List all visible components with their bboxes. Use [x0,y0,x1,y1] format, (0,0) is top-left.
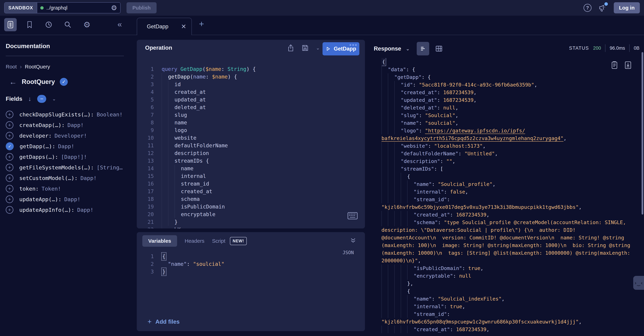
collapse-section-icon[interactable] [350,237,356,244]
publish-button[interactable]: Publish [126,2,156,14]
add-files-button[interactable]: + Add files [148,318,180,326]
field-type: Boolean! [96,111,122,118]
code-line: "created_at": 1687234539, [382,88,642,96]
documentation-panel-icon[interactable] [4,18,17,31]
code-line: "getDapp": { [382,73,642,81]
tab-getdapp[interactable]: GetDapp ✕ [137,18,192,35]
code-line: 20encryptable [137,210,365,218]
save-icon[interactable] [301,44,309,52]
code-line: 3} [137,268,365,276]
notification-dot [604,2,608,6]
field-type: Dapp! [77,207,93,213]
field-add-plus-icon[interactable]: + [6,153,14,161]
variables-editor[interactable]: 1{2 "name": "soulcial"3} [137,252,365,276]
field-add-plus-icon[interactable]: + [6,185,14,192]
field-add-plus-icon[interactable]: + [6,121,14,129]
tab-headers[interactable]: Headers [185,238,204,244]
field-row[interactable]: +getDapps(…):[Dapp!]! [6,152,128,162]
new-tab-icon[interactable]: + [199,19,204,29]
field-row[interactable]: +setCustomModel(…):Dapp! [6,173,128,183]
tab-script[interactable]: Script [212,238,226,244]
divider [605,44,606,52]
code-line: "internal": true, [382,303,642,310]
announcements-icon[interactable] [598,3,607,12]
connection-settings-gear-icon[interactable]: ⚙ [111,4,117,11]
code-line: "stream_id": [382,196,642,203]
response-title: Response [374,45,401,52]
code-line: 19isPublicDomain [137,203,365,210]
field-row[interactable]: ✓getDapp(…):Dapp! [6,141,128,152]
view-raw-toggle-icon[interactable] [417,42,429,56]
code-line: "name": "Soulcial_profile", [382,180,642,188]
field-row[interactable]: +updateApp(…):Dapp! [6,194,128,204]
panel-collapse-handle[interactable]: ›‿‹ [633,276,644,290]
settings-gear-icon[interactable]: ⚙ [81,18,93,31]
sort-arrow-icon[interactable]: ↓ [28,95,31,102]
operation-ellipsis-menu-icon[interactable]: ••• [349,42,358,48]
divider [629,44,630,52]
login-button[interactable]: Log in [614,2,640,14]
back-arrow-icon[interactable]: ← [9,78,17,86]
field-row[interactable]: +developer:Developer! [6,130,128,141]
response-time: 96.0ms [610,46,625,51]
code-line: "slug": "Soulcial", [382,112,642,119]
field-type: Developer! [54,132,87,139]
code-line: 2000000)\n}", [382,257,642,264]
collapse-panel-icon[interactable]: « [118,20,122,29]
response-status-bar: STATUS 200 96.0ms 0B [569,40,640,56]
response-viewer[interactable]: {"data": {"getDapp": {"id": "5acc81f8-92… [382,58,642,333]
code-line: @documentAccount\n version: CommitID! @d… [382,234,642,242]
field-row[interactable]: +checkDappSlugExists(…):Boolean! [6,109,128,120]
field-add-plus-icon[interactable]: + [6,174,14,182]
field-type: [Dapp!]! [61,154,87,160]
endpoint-combo: SANDBOX ../graphql ⚙ [4,2,120,14]
field-row[interactable]: +token:Token! [6,183,128,194]
code-line: bafkreielas4xycytrth5i76cpqd5z2czva3w4uy… [382,134,642,142]
field-row[interactable]: +createDapp(…):Dapp! [6,120,128,130]
field-name: createDapp(…): [19,122,65,128]
sandbox-badge: SANDBOX [4,2,37,13]
field-row[interactable]: +updateAppInfo(…):Dapp! [6,204,128,215]
secondary-bar: ⚙ « GetDapp ✕ + [0,16,644,35]
code-line: 12description [137,150,365,157]
breadcrumb-root[interactable]: Root [6,64,17,70]
deselect-all-icon[interactable]: − [37,95,46,103]
divider [6,56,124,56]
code-line: 6deleted_at [137,104,365,111]
field-row[interactable]: +getFileSystemModels(…):[String… [6,162,128,173]
response-dropdown-chevron-icon[interactable]: ⌄ [406,46,410,52]
code-line: "streamIDs": [ [382,165,642,173]
endpoint-url[interactable]: ../graphql [46,5,108,11]
search-icon[interactable] [62,18,74,31]
view-table-toggle-icon[interactable] [434,44,444,54]
operation-editor[interactable]: 1query GetDapp($name: String) {2getDapp(… [137,65,365,228]
field-add-plus-icon[interactable]: + [6,132,14,140]
save-dropdown-chevron-icon[interactable]: ⌄ [316,45,320,51]
keyboard-shortcuts-icon[interactable] [348,212,358,220]
share-icon[interactable] [287,44,294,52]
chevron-down-icon[interactable]: ⌄ [52,96,56,102]
history-icon[interactable] [42,18,55,31]
field-add-plus-icon[interactable]: + [6,111,14,118]
field-add-plus-icon[interactable]: + [6,206,14,214]
breadcrumb-current[interactable]: RootQuery [25,64,50,70]
type-selected-check-icon[interactable]: ✓ [60,78,68,86]
code-line: }, [382,280,642,287]
code-line: 15internal [137,172,365,180]
tab-label: GetDapp [147,24,168,30]
field-add-plus-icon[interactable]: + [6,196,14,203]
code-line: "created_at": 1687234539, [382,326,642,333]
help-icon[interactable]: ? [584,4,592,12]
tab-variables[interactable]: Variables [142,235,177,247]
download-response-icon[interactable] [624,61,632,69]
field-selected-check-icon[interactable]: ✓ [6,142,14,150]
scrollbar-thumb[interactable] [642,52,643,214]
code-line: "encryptable": null [382,272,642,280]
new-badge: NEW! [230,237,247,245]
tab-close-icon[interactable]: ✕ [181,23,186,30]
endpoint-input[interactable]: ../graphql ⚙ [37,2,120,13]
field-add-plus-icon[interactable]: + [6,164,14,171]
copy-response-icon[interactable] [611,61,618,69]
operation-title: Operation [145,44,172,51]
bookmarks-icon[interactable] [23,18,36,31]
